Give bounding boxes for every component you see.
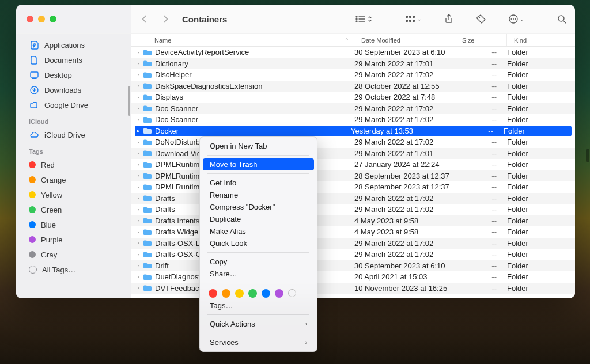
- disclosure-triangle-icon[interactable]: ›: [135, 139, 142, 145]
- menu-item-copy[interactable]: Copy: [203, 256, 314, 268]
- window-scrollbar[interactable]: [586, 149, 589, 162]
- menu-item-quick-look[interactable]: Quick Look: [203, 237, 314, 249]
- menu-item-duplicate[interactable]: Duplicate: [203, 213, 314, 225]
- sidebar-tag-green[interactable]: Green: [16, 202, 131, 217]
- zoom-window[interactable]: [50, 16, 56, 22]
- file-row[interactable]: ›DPMLRuntim27 January 2024 at 22:24--Fol…: [131, 159, 575, 170]
- disclosure-triangle-icon[interactable]: ›: [135, 195, 142, 201]
- file-row[interactable]: ▸DockerYesterday at 13:53--Folder: [135, 126, 572, 137]
- file-row[interactable]: ›DiskSpaceDiagnosticsExtension28 October…: [131, 81, 575, 92]
- disclosure-triangle-icon[interactable]: ›: [135, 50, 142, 55]
- file-row[interactable]: ›Drafts-OSX-C29 March 2022 at 17:02--Fol…: [131, 249, 575, 260]
- disclosure-triangle-icon[interactable]: ▸: [135, 128, 142, 134]
- view-mode-button[interactable]: [355, 14, 372, 24]
- file-row[interactable]: ›Doc Scanner29 March 2022 at 17:02--Fold…: [131, 114, 575, 126]
- menu-item-move-to-trash[interactable]: Move to Trash: [203, 158, 314, 170]
- file-row[interactable]: ›Download Vid29 March 2022 at 17:01--Fol…: [131, 148, 575, 160]
- disclosure-triangle-icon[interactable]: ›: [135, 72, 142, 78]
- disclosure-triangle-icon[interactable]: ›: [135, 60, 142, 66]
- disclosure-triangle-icon[interactable]: ›: [135, 274, 142, 280]
- disclosure-triangle-icon[interactable]: ›: [135, 150, 142, 156]
- column-size[interactable]: Size: [455, 34, 507, 46]
- sidebar-tag-yellow[interactable]: Yellow: [16, 187, 131, 202]
- menu-item-get-info[interactable]: Get Info: [203, 177, 314, 189]
- menu-item-make-alias[interactable]: Make Alias: [203, 225, 314, 237]
- disclosure-triangle-icon[interactable]: ›: [135, 207, 142, 213]
- back-button[interactable]: [139, 14, 150, 24]
- file-row[interactable]: ›DVTFeedback10 November 2023 at 16:25--F…: [131, 283, 575, 294]
- file-row[interactable]: ›DeviceActivityReportService30 September…: [131, 47, 575, 58]
- menu-item-services[interactable]: Services›: [203, 336, 314, 348]
- sidebar-item-desktop[interactable]: Desktop: [16, 67, 131, 82]
- sidebar-item-icloud-drive[interactable]: iCloud Drive: [16, 127, 131, 142]
- share-button[interactable]: [444, 14, 454, 24]
- menu-item-open-in-new-tab[interactable]: Open in New Tab: [203, 140, 314, 152]
- disclosure-triangle-icon[interactable]: ›: [135, 252, 142, 257]
- column-date[interactable]: Date Modified: [354, 34, 455, 46]
- file-row[interactable]: ›DPMLRuntim28 September 2023 at 12:37--F…: [131, 170, 575, 182]
- file-name: Docker: [155, 127, 351, 135]
- file-row[interactable]: ›DPMLRuntim28 September 2023 at 12:37--F…: [131, 181, 575, 193]
- disclosure-triangle-icon[interactable]: ›: [135, 218, 142, 223]
- minimize-window[interactable]: [38, 16, 45, 22]
- column-name[interactable]: Name⌃: [131, 34, 354, 46]
- action-button[interactable]: ⌄: [508, 14, 524, 24]
- tag-color-swatch[interactable]: [222, 289, 230, 298]
- tag-color-swatch[interactable]: [209, 289, 217, 298]
- file-size: --: [452, 127, 504, 135]
- file-row[interactable]: ›Drafts Widge4 May 2023 at 9:58--Folder: [131, 226, 575, 238]
- sidebar-item-google-drive[interactable]: Google Drive: [16, 97, 131, 112]
- forward-button[interactable]: [160, 14, 171, 24]
- tag-color-swatch[interactable]: [235, 289, 244, 298]
- disclosure-triangle-icon[interactable]: ›: [135, 94, 142, 100]
- tag-color-swatch[interactable]: [275, 289, 283, 298]
- disclosure-triangle-icon[interactable]: ›: [135, 263, 142, 268]
- sidebar-tag-red[interactable]: Red: [16, 157, 131, 172]
- tag-dot-icon: [29, 206, 36, 213]
- tag-color-none[interactable]: [288, 289, 296, 297]
- file-row[interactable]: ›DiscHelper29 March 2022 at 17:02--Folde…: [131, 69, 575, 81]
- disclosure-triangle-icon[interactable]: ›: [135, 184, 142, 190]
- menu-item-share[interactable]: Share…: [203, 268, 314, 280]
- folder-icon: [143, 228, 152, 236]
- disclosure-triangle-icon[interactable]: ›: [135, 240, 142, 246]
- menu-item-quick-actions[interactable]: Quick Actions›: [203, 318, 314, 330]
- tag-color-swatch[interactable]: [262, 289, 270, 298]
- group-button[interactable]: ⌄: [404, 14, 422, 24]
- disclosure-triangle-icon[interactable]: ›: [135, 173, 142, 179]
- menu-item-rename[interactable]: Rename: [203, 189, 314, 201]
- disclosure-triangle-icon[interactable]: ›: [135, 83, 142, 89]
- file-row[interactable]: ›DoNotDisturb29 March 2022 at 17:02--Fol…: [131, 136, 575, 148]
- file-row[interactable]: ›Displays29 October 2022 at 7:48--Folder: [131, 92, 575, 103]
- disclosure-triangle-icon[interactable]: ›: [135, 285, 142, 291]
- file-row[interactable]: ›Drafts-OSX-L29 March 2022 at 17:02--Fol…: [131, 238, 575, 249]
- sidebar-tag-gray[interactable]: Gray: [16, 247, 131, 262]
- disclosure-triangle-icon[interactable]: ›: [135, 105, 142, 111]
- file-rows[interactable]: ›DeviceActivityReportService30 September…: [131, 47, 575, 298]
- menu-item-compress-docker[interactable]: Compress "Docker": [203, 201, 314, 213]
- file-row[interactable]: ›DuetDiagnost20 April 2021 at 15:03--Fol…: [131, 271, 575, 283]
- file-row[interactable]: ›Drift30 September 2023 at 6:10--Folder: [131, 260, 575, 272]
- close-window[interactable]: [27, 16, 33, 22]
- file-date: 29 March 2022 at 17:02: [354, 104, 455, 113]
- sidebar-item-applications[interactable]: Applications: [16, 37, 131, 52]
- file-row[interactable]: ›Drafts Intents4 May 2023 at 9:58--Folde…: [131, 215, 575, 227]
- tag-color-swatch[interactable]: [248, 289, 257, 298]
- sidebar-item-documents[interactable]: Documents: [16, 52, 131, 67]
- file-row[interactable]: ›Drafts29 March 2022 at 17:02--Folder: [131, 193, 575, 204]
- search-button[interactable]: [557, 14, 567, 24]
- disclosure-triangle-icon[interactable]: ›: [135, 229, 142, 235]
- file-row[interactable]: ›Doc Scanner29 March 2022 at 17:02--Fold…: [131, 103, 575, 115]
- sidebar-tag-orange[interactable]: Orange: [16, 172, 131, 187]
- sidebar-item-downloads[interactable]: Downloads: [16, 82, 131, 97]
- disclosure-triangle-icon[interactable]: ›: [135, 162, 142, 168]
- disclosure-triangle-icon[interactable]: ›: [135, 117, 142, 123]
- sidebar-tag-blue[interactable]: Blue: [16, 217, 131, 232]
- tags-button[interactable]: [476, 14, 486, 24]
- file-row[interactable]: ›Dictionary29 March 2022 at 17:01--Folde…: [131, 58, 575, 70]
- column-kind[interactable]: Kind: [507, 34, 575, 46]
- sidebar-all-tags[interactable]: All Tags…: [16, 262, 131, 277]
- file-row[interactable]: ›Drafts29 March 2022 at 17:02--Folder: [131, 204, 575, 215]
- sidebar-tag-purple[interactable]: Purple: [16, 232, 131, 247]
- menu-item-tags[interactable]: Tags…: [203, 299, 314, 312]
